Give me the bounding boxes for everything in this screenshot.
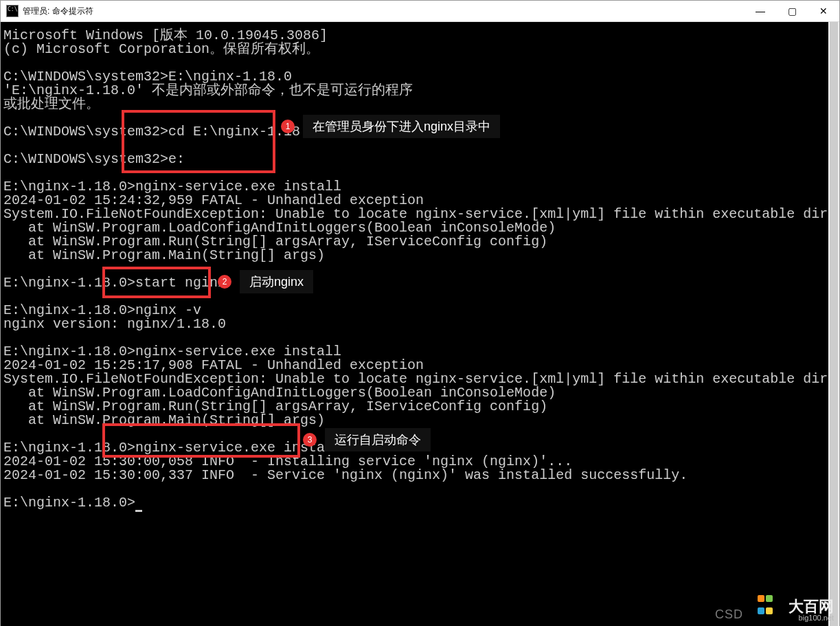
terminal-line: E:\nginx-1.18.0>nginx-service.exe instal… bbox=[3, 345, 341, 359]
terminal-area[interactable]: Microsoft Windows [版本 10.0.19045.3086](c… bbox=[1, 22, 839, 626]
annotation-badge: 3 bbox=[303, 433, 317, 447]
cmd-window: 管理员: 命令提示符 — ▢ ✕ Microsoft Windows [版本 1… bbox=[0, 0, 840, 626]
annotation-label: 在管理员身份下进入nginx目录中 bbox=[303, 115, 500, 138]
close-button[interactable]: ✕ bbox=[808, 1, 839, 21]
terminal-line: (c) Microsoft Corporation。保留所有权利。 bbox=[3, 43, 319, 56]
terminal-line: at WinSW.Program.Main(String[] args) bbox=[3, 414, 325, 427]
terminal-line: at WinSW.Program.Run(String[] argsArray,… bbox=[3, 400, 547, 414]
terminal-line: 2024-01-02 15:25:17,908 FATAL - Unhandle… bbox=[3, 359, 424, 372]
annotation-3: 3运行自启动命令 bbox=[303, 429, 431, 451]
terminal-line: 'E:\nginx-1.18.0' 不是内部或外部命令，也不是可运行的程序 bbox=[3, 84, 413, 98]
terminal-line: at WinSW.Program.LoadConfigAndInitLogger… bbox=[3, 221, 556, 235]
annotation-badge: 2 bbox=[218, 275, 231, 289]
terminal-line: C:\WINDOWS\system32>E:\nginx-1.18.0 bbox=[3, 70, 292, 84]
watermark-brand-domain: big100.net bbox=[788, 614, 834, 622]
terminal-line: E:\nginx-1.18.0> bbox=[3, 496, 142, 510]
terminal-line: at WinSW.Program.LoadConfigAndInitLogger… bbox=[3, 386, 556, 400]
cursor bbox=[135, 510, 142, 512]
terminal-line: E:\nginx-1.18.0>nginx -v bbox=[3, 304, 201, 317]
terminal-line: at WinSW.Program.Main(String[] args) bbox=[3, 249, 325, 262]
minimize-button[interactable]: — bbox=[745, 1, 776, 21]
terminal-line: System.IO.FileNotFoundException: Unable … bbox=[3, 208, 839, 221]
annotation-2: 2启动nginx bbox=[218, 271, 313, 293]
window-title: 管理员: 命令提示符 bbox=[23, 5, 93, 17]
annotation-1: 1在管理员身份下进入nginx目录中 bbox=[281, 115, 500, 137]
terminal-line: 或批处理文件。 bbox=[3, 98, 100, 111]
watermark-brand-name: 大百网 bbox=[788, 599, 834, 614]
window-buttons: — ▢ ✕ bbox=[745, 1, 839, 21]
watermark-brand: 大百网 big100.net bbox=[788, 599, 834, 622]
terminal-line: Microsoft Windows [版本 10.0.19045.3086] bbox=[3, 29, 328, 43]
watermark-logo-icon bbox=[757, 593, 773, 618]
terminal-line: 2024-01-02 15:30:00,058 INFO - Installin… bbox=[3, 455, 572, 469]
terminal-line: E:\nginx-1.18.0>nginx-service.exe instal… bbox=[3, 180, 341, 194]
terminal-line: E:\nginx-1.18.0>nginx-service.exe instal… bbox=[3, 441, 341, 455]
terminal-line: C:\WINDOWS\system32>e: bbox=[3, 153, 185, 166]
maximize-button[interactable]: ▢ bbox=[776, 1, 808, 21]
terminal-line: E:\nginx-1.18.0>start nginx bbox=[3, 276, 226, 290]
annotation-label: 启动nginx bbox=[240, 270, 313, 293]
terminal-line: 2024-01-02 15:30:00,337 INFO - Service '… bbox=[3, 469, 688, 482]
annotation-badge: 1 bbox=[281, 120, 295, 133]
watermark-csdn: CSD bbox=[715, 608, 743, 621]
terminal-line: C:\WINDOWS\system32>cd E:\nginx-1.18.0 bbox=[3, 125, 317, 139]
annotation-label: 运行自启动命令 bbox=[325, 428, 431, 451]
scrollbar-thumb[interactable] bbox=[830, 22, 838, 626]
terminal-line: at WinSW.Program.Run(String[] argsArray,… bbox=[3, 235, 547, 249]
terminal-line: nginx version: nginx/1.18.0 bbox=[3, 317, 226, 331]
titlebar[interactable]: 管理员: 命令提示符 — ▢ ✕ bbox=[1, 1, 839, 22]
terminal-line: 2024-01-02 15:24:32,959 FATAL - Unhandle… bbox=[3, 194, 424, 208]
cmd-icon bbox=[6, 5, 19, 17]
terminal-line: System.IO.FileNotFoundException: Unable … bbox=[3, 372, 839, 386]
scrollbar[interactable] bbox=[828, 22, 839, 626]
